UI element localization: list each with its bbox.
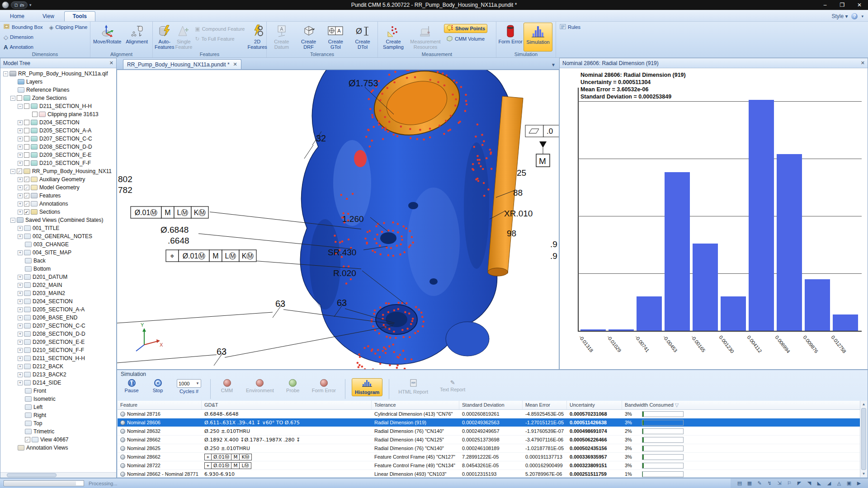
tree-item[interactable]: +✓Sections: [0, 208, 116, 216]
expand-icon[interactable]: +: [18, 202, 23, 206]
status-tool-icon-2[interactable]: ✎: [755, 479, 764, 487]
status-tool-icon-12[interactable]: ▶: [854, 479, 863, 487]
expand-icon[interactable]: +: [18, 299, 23, 304]
cmm-volume-button[interactable]: CMM Volume: [444, 34, 487, 43]
tree-item[interactable]: +D204_SECTION: [0, 118, 116, 127]
status-tool-icon-8[interactable]: ◣: [815, 479, 824, 487]
dimension-button[interactable]: ◇ Dimension: [2, 33, 45, 42]
tree-item[interactable]: ✓View 40667: [0, 436, 116, 444]
tree-item[interactable]: +D214_SIDE: [0, 379, 116, 387]
tab-home[interactable]: Home: [2, 12, 33, 21]
expand-icon[interactable]: +: [18, 356, 23, 361]
pause-button[interactable]: ❚❚ Pause: [122, 378, 142, 394]
status-tool-icon-10[interactable]: ◬: [835, 479, 844, 487]
table-row[interactable]: Nominal 28662 - Nominal 287716.930-6.910…: [118, 470, 867, 479]
html-report-button[interactable]: HTM HTML Report: [396, 378, 431, 395]
column-header[interactable]: Standard Deviation: [459, 401, 523, 409]
compound-feature-button[interactable]: ▣ Compound Feature: [193, 24, 246, 33]
tree-item[interactable]: +D211_SECTION_H-H: [0, 354, 116, 362]
table-row[interactable]: Nominal 28662⌖Ø.01ⓂMKⓂFeature Control Fr…: [118, 453, 867, 461]
tree-checkbox[interactable]: ✓: [24, 193, 29, 198]
tree-checkbox[interactable]: [32, 112, 38, 117]
expand-icon[interactable]: +: [18, 153, 23, 158]
expand-icon[interactable]: +: [18, 185, 23, 190]
status-tool-icon-1[interactable]: ▦: [745, 479, 754, 487]
expand-icon[interactable]: +: [18, 332, 23, 337]
expand-icon[interactable]: +: [18, 193, 23, 198]
create-drf-button[interactable]: Create DRF: [296, 23, 322, 52]
status-tool-icon-9[interactable]: ◢: [825, 479, 834, 487]
tab-tools[interactable]: Tools: [64, 11, 95, 21]
tree-item[interactable]: Back: [0, 257, 116, 265]
environment-button[interactable]: Environment: [243, 378, 277, 394]
expand-icon[interactable]: +: [18, 307, 23, 312]
tree-item[interactable]: +D207_SECTION_C-C: [0, 135, 116, 143]
tree-item[interactable]: +D209_SECTION_E-E: [0, 338, 116, 346]
results-table-vscrollbar[interactable]: ▲ ▼: [860, 401, 867, 477]
tree-item[interactable]: +D209_SECTION_E-E: [0, 151, 116, 159]
tree-checkbox[interactable]: [17, 95, 22, 101]
help-icon[interactable]: ?: [851, 13, 858, 19]
column-header[interactable]: Mean Error: [523, 401, 567, 409]
bounding-box-button[interactable]: Bounding Box: [2, 23, 45, 32]
collapse-icon[interactable]: −: [10, 169, 15, 174]
tree-checkbox[interactable]: [24, 152, 29, 158]
tree-item[interactable]: +D212_BACK: [0, 362, 116, 371]
tree-checkbox[interactable]: ✓: [24, 185, 29, 190]
3d-viewport[interactable]: Ø1.753 32 802 782 Ø.6848 .6648 1.260 SR.…: [117, 70, 559, 370]
filter-icon[interactable]: ▽: [674, 402, 679, 408]
maximize-button[interactable]: ❐: [834, 0, 851, 10]
tree-item[interactable]: −✓RR_Pump_Body_Housing_NX11: [0, 167, 116, 175]
column-header[interactable]: GD&T: [202, 401, 372, 409]
status-tool-icon-3[interactable]: ↯: [765, 479, 774, 487]
tree-item[interactable]: +D210_SECTION_F-F: [0, 159, 116, 167]
expand-icon[interactable]: +: [18, 380, 23, 385]
alignment-button[interactable]: Alignment: [123, 23, 151, 52]
expand-icon[interactable]: +: [18, 234, 23, 239]
expand-icon[interactable]: +: [18, 372, 23, 377]
tree-item[interactable]: +D202_MAIN: [0, 281, 116, 289]
create-dtol-button[interactable]: Ø Create DTol: [349, 23, 376, 52]
expand-icon[interactable]: +: [18, 348, 23, 353]
tree-item[interactable]: +D206_BASE_END: [0, 314, 116, 322]
stop-button[interactable]: ■ Stop: [148, 378, 168, 394]
expand-icon[interactable]: +: [18, 283, 23, 288]
tree-item[interactable]: Top: [0, 419, 116, 427]
collapse-icon[interactable]: −: [10, 96, 15, 101]
status-tool-icon-0[interactable]: ▤: [735, 479, 744, 487]
expand-icon[interactable]: +: [18, 250, 23, 255]
collapse-icon[interactable]: −: [3, 71, 8, 76]
help-dropdown-icon[interactable]: ▾: [861, 14, 863, 19]
tree-item[interactable]: Isometric: [0, 395, 116, 403]
model-tree-hscrollbar[interactable]: [0, 472, 116, 478]
tree-item[interactable]: Annotation Views: [0, 444, 116, 452]
tree-checkbox[interactable]: ✓: [17, 169, 22, 174]
status-tool-icon-11[interactable]: ▣: [844, 479, 854, 487]
tree-item[interactable]: +D210_SECTION_F-F: [0, 346, 116, 354]
status-tool-icon-7[interactable]: ◥: [805, 479, 814, 487]
tree-item[interactable]: +✓Features: [0, 192, 116, 200]
tree-checkbox[interactable]: [24, 120, 29, 125]
simulation-button[interactable]: Simulation: [524, 23, 552, 52]
tree-checkbox[interactable]: [24, 128, 29, 133]
tree-item[interactable]: +D208_SECTION_D-D: [0, 330, 116, 338]
table-row[interactable]: Nominal 28632Ø.250 ±.010THRURadial Dimen…: [118, 427, 867, 436]
tree-item[interactable]: +D205_SECTION_A-A: [0, 305, 116, 314]
measurement-resources-button[interactable]: Measurement Resources: [408, 23, 443, 52]
tree-checkbox[interactable]: ✓: [25, 437, 30, 442]
tree-item[interactable]: +D203_MAIN2: [0, 289, 116, 297]
tree-item[interactable]: +D207_SECTION_C-C: [0, 322, 116, 330]
tree-item[interactable]: +D213_BACK2: [0, 371, 116, 379]
table-row[interactable]: Nominal 28625Ø.250 ±.010THRURadial Dimen…: [118, 444, 867, 453]
document-tab[interactable]: RR_Pump_Body_Housing_NX11a.pundit * ✕: [123, 59, 241, 69]
histogram-toggle-button[interactable]: Histogram: [352, 378, 382, 396]
status-tool-icon-6[interactable]: ◤: [795, 479, 804, 487]
auto-features-button[interactable]: Auto-Features: [155, 23, 174, 52]
to-full-feature-button[interactable]: ↻ To Full Feature: [193, 34, 246, 43]
tree-item[interactable]: +D201_DATUM: [0, 273, 116, 281]
tree-item[interactable]: Trimetric: [0, 427, 116, 436]
column-header[interactable]: Bandwidth Consumed ▽: [622, 401, 862, 409]
tree-checkbox[interactable]: [24, 103, 29, 109]
expand-icon[interactable]: +: [18, 315, 23, 320]
status-tool-icon-4[interactable]: ⇲: [775, 479, 784, 487]
